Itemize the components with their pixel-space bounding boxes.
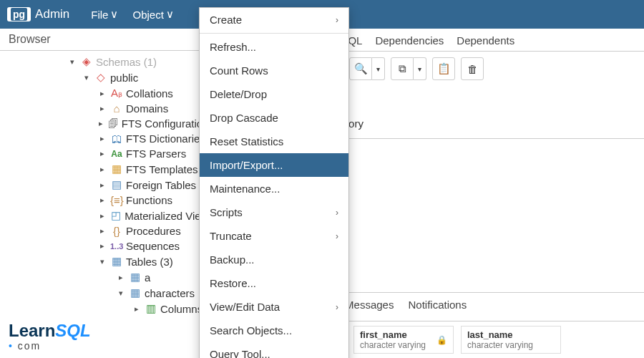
- ctx-drop-cascade[interactable]: Drop Cascade: [200, 106, 348, 130]
- paste-icon: 📋: [437, 62, 451, 75]
- chevron-down-icon: ▾: [376, 65, 380, 73]
- chevron-right-icon: ▸: [97, 241, 107, 251]
- collation-icon: Aᵦ: [110, 87, 123, 100]
- search-dropdown[interactable]: ▾: [372, 57, 385, 80]
- chevron-right-icon: ▸: [97, 104, 107, 113]
- watermark-learn: Learn: [9, 321, 55, 340]
- watermark-sql: SQL: [55, 321, 90, 340]
- object-tree: ▾◈Schemas (1) ▾◇public ▸AᵦCollations ▸⌂D…: [0, 51, 214, 319]
- ctx-delete[interactable]: Delete/Drop: [200, 82, 348, 106]
- tab-dependencies[interactable]: Dependencies: [375, 34, 444, 47]
- fts-dict-icon: 🕮: [110, 132, 123, 145]
- tab-messages[interactable]: Messages: [345, 299, 394, 316]
- tree-fts-templates[interactable]: ▸▦FTS Templates: [3, 161, 214, 177]
- chevron-right-icon: ▸: [97, 119, 105, 128]
- foreign-table-icon: ▤: [110, 178, 123, 191]
- chevron-right-icon: ▸: [97, 134, 107, 143]
- context-menu: Create› Refresh... Count Rows Delete/Dro…: [199, 7, 349, 358]
- column-icon: ▥: [145, 302, 157, 315]
- procedure-icon: {}: [110, 225, 123, 237]
- tree-columns[interactable]: ▸▥Columns: [3, 301, 214, 316]
- browser-panel: Browser ▾◈Schemas (1) ▾◇public ▸AᵦCollat…: [0, 29, 215, 358]
- sequence-icon: 1..3: [110, 242, 123, 251]
- tree-sequences[interactable]: ▸1..3Sequences: [3, 238, 214, 253]
- column-header-last-name[interactable]: last_namecharacter varying: [461, 326, 561, 354]
- ctx-scripts[interactable]: Scripts›: [200, 200, 348, 224]
- table-icon: ▦: [129, 271, 142, 284]
- paste-button[interactable]: 📋: [432, 57, 455, 80]
- copy-icon: ⧉: [399, 62, 406, 75]
- chevron-right-icon: ▸: [97, 180, 107, 190]
- ctx-query-tool[interactable]: Query Tool...: [200, 342, 348, 358]
- table-icon: ▦: [110, 255, 123, 268]
- chevron-right-icon: ›: [336, 208, 338, 218]
- tree-collations[interactable]: ▸AᵦCollations: [3, 85, 214, 101]
- chevron-right-icon: ▸: [97, 195, 107, 205]
- tree-fts-config[interactable]: ▸🗐FTS Configurations: [3, 116, 214, 131]
- search-button[interactable]: 🔍: [349, 57, 372, 80]
- ctx-view-edit[interactable]: View/Edit Data›: [200, 295, 348, 319]
- chevron-right-icon: ▸: [132, 304, 142, 314]
- tree-schemas[interactable]: ▾◈Schemas (1): [3, 54, 214, 69]
- trash-icon: 🗑: [467, 63, 478, 75]
- chevron-down-icon: ▾: [418, 65, 421, 73]
- fts-config-icon: 🗐: [108, 117, 119, 130]
- menu-file[interactable]: File∨: [91, 8, 118, 21]
- chevron-right-icon: ›: [336, 231, 338, 241]
- function-icon: {≡}: [110, 194, 123, 206]
- watermark: LearnSQL • com: [9, 322, 91, 351]
- chevron-down-icon: ▾: [116, 289, 126, 298]
- chevron-down-icon: ▾: [82, 73, 92, 82]
- copy-dropdown[interactable]: ▾: [414, 57, 426, 80]
- separator: [200, 33, 348, 34]
- brand-name: Admin: [35, 7, 69, 21]
- ctx-maintenance[interactable]: Maintenance...: [200, 177, 348, 200]
- watermark-com: • com: [9, 341, 91, 351]
- search-icon: 🔍: [354, 62, 368, 75]
- chevron-right-icon: ▸: [97, 226, 107, 236]
- delete-button[interactable]: 🗑: [461, 57, 484, 80]
- fts-parser-icon: Aa: [110, 149, 123, 159]
- tree-public[interactable]: ▾◇public: [3, 69, 214, 85]
- ctx-backup[interactable]: Backup...: [200, 248, 348, 271]
- ctx-truncate[interactable]: Truncate›: [200, 224, 348, 248]
- chevron-down-icon: ∨: [110, 8, 118, 21]
- tree-mat-views[interactable]: ▸◰Materialized Views: [3, 208, 214, 223]
- ctx-search-objects[interactable]: Search Objects...: [200, 319, 348, 342]
- menu-object[interactable]: Object∨: [132, 8, 173, 21]
- chevron-right-icon: ›: [336, 15, 338, 25]
- tree-domains[interactable]: ▸⌂Domains: [3, 101, 214, 116]
- chevron-down-icon: ▾: [97, 257, 107, 266]
- logo: pg: [7, 7, 31, 21]
- fts-template-icon: ▦: [110, 163, 123, 175]
- chevron-right-icon: ▸: [97, 211, 107, 221]
- chevron-down-icon: ▾: [67, 57, 77, 67]
- table-icon: ▦: [129, 286, 142, 299]
- tab-dependents[interactable]: Dependents: [457, 34, 514, 47]
- chevron-down-icon: ∨: [166, 8, 174, 21]
- ctx-import-export[interactable]: Import/Export...: [200, 153, 348, 177]
- matview-icon: ◰: [109, 209, 122, 222]
- ctx-create[interactable]: Create›: [200, 8, 348, 32]
- schema-icon: ◈: [80, 55, 93, 68]
- chevron-right-icon: ▸: [97, 89, 107, 98]
- tree-fts-dict[interactable]: ▸🕮FTS Dictionaries: [3, 131, 214, 146]
- chevron-right-icon: ▸: [97, 165, 107, 174]
- tree-procedures[interactable]: ▸{}Procedures: [3, 223, 214, 238]
- chevron-right-icon: ▸: [97, 149, 107, 158]
- tree-foreign-tables[interactable]: ▸▤Foreign Tables: [3, 177, 214, 193]
- tree-table-a[interactable]: ▸▦a: [3, 269, 214, 285]
- ctx-reset-stats[interactable]: Reset Statistics: [200, 130, 348, 153]
- tree-tables[interactable]: ▾▦Tables (3): [3, 253, 214, 269]
- tree-fts-parsers[interactable]: ▸AaFTS Parsers: [3, 146, 214, 161]
- chevron-right-icon: ▸: [116, 273, 126, 282]
- tab-notifications[interactable]: Notifications: [408, 299, 467, 316]
- ctx-refresh[interactable]: Refresh...: [200, 35, 348, 59]
- column-header-first-name[interactable]: first_namecharacter varying🔒: [353, 326, 454, 354]
- ctx-restore[interactable]: Restore...: [200, 271, 348, 295]
- ctx-count-rows[interactable]: Count Rows: [200, 59, 348, 82]
- tree-functions[interactable]: ▸{≡}Functions: [3, 193, 214, 208]
- copy-button[interactable]: ⧉: [391, 57, 414, 80]
- chevron-right-icon: ›: [336, 302, 338, 312]
- tree-table-characters[interactable]: ▾▦characters: [3, 285, 214, 301]
